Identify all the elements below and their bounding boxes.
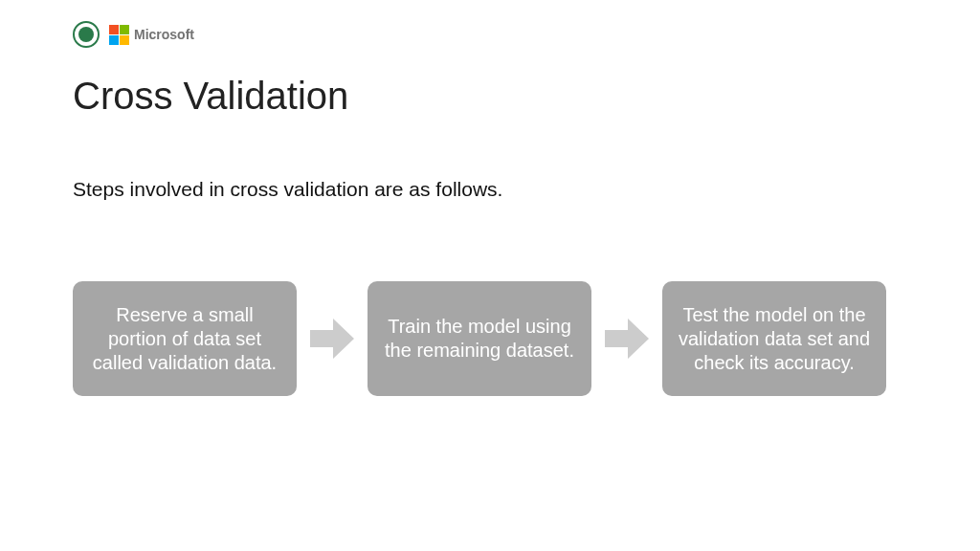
step-3-box: Test the model on the validation data se… bbox=[662, 281, 886, 396]
microsoft-squares-icon bbox=[109, 25, 129, 45]
step-1-text: Reserve a small portion of data set call… bbox=[86, 303, 283, 375]
step-1-box: Reserve a small portion of data set call… bbox=[73, 281, 297, 396]
logo-row: Microsoft bbox=[73, 21, 194, 48]
arrow-1-icon bbox=[310, 319, 354, 359]
microsoft-logo: Microsoft bbox=[109, 25, 194, 45]
step-3-text: Test the model on the validation data se… bbox=[676, 303, 873, 375]
page-title: Cross Validation bbox=[73, 75, 348, 118]
arrow-2-icon bbox=[605, 319, 649, 359]
institution-seal-icon bbox=[73, 21, 100, 48]
step-2-text: Train the model using the remaining data… bbox=[381, 315, 578, 363]
microsoft-label: Microsoft bbox=[134, 27, 194, 42]
steps-flow: Reserve a small portion of data set call… bbox=[73, 281, 923, 396]
subtitle-text: Steps involved in cross validation are a… bbox=[73, 178, 502, 201]
step-2-box: Train the model using the remaining data… bbox=[368, 281, 591, 396]
